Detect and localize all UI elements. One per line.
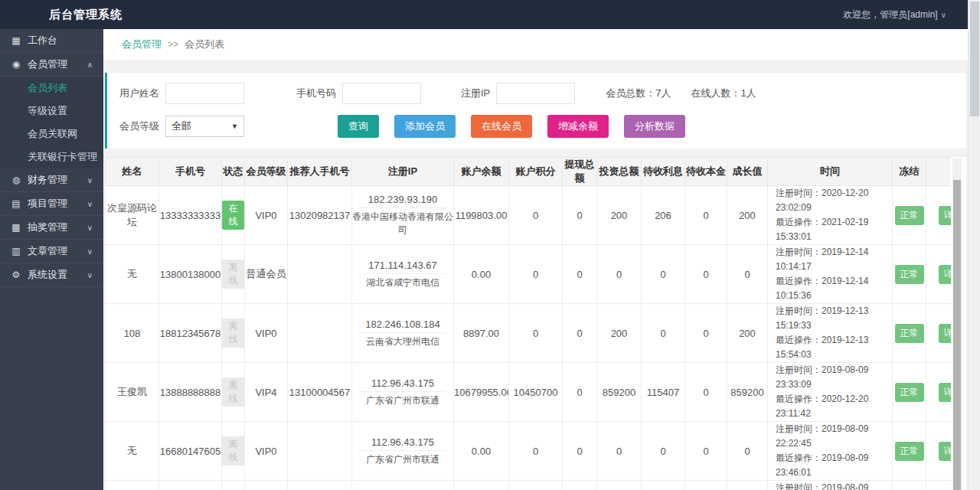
column-header: 账户积分 xyxy=(509,158,563,186)
page-scrollbar[interactable] xyxy=(968,0,980,490)
members-icon: ◉ xyxy=(10,59,22,70)
action-button[interactable]: 分析数据 xyxy=(624,115,685,138)
chevron-down-icon: ∨ xyxy=(941,11,946,19)
cell-withdraw-total: 0 xyxy=(563,422,597,481)
cell-name: 无 xyxy=(106,245,159,304)
phone-label: 手机号码 xyxy=(296,87,336,100)
cell-name: 无 xyxy=(106,422,159,481)
app-title: 后台管理系统 xyxy=(49,8,122,22)
cell-status: 离线 xyxy=(222,245,245,304)
action-button[interactable]: 查询 xyxy=(338,115,379,138)
sidebar-nav: ▦ 工作台 ◉ 会员管理 ∧ 会员列表等级设置会员关联网关联银行卡管理 ◍ 财务… xyxy=(0,29,103,287)
freeze-status-button[interactable]: 正常 xyxy=(895,383,924,402)
sidebar-subitem[interactable]: 会员列表 xyxy=(0,77,103,100)
sidebar-subitem[interactable]: 等级设置 xyxy=(0,100,103,122)
breadcrumb: 会员管理 >> 会员列表 xyxy=(103,29,968,60)
column-header: 注册IP xyxy=(352,158,454,186)
cell-pending-principal: 0 xyxy=(685,481,727,490)
sidebar-item[interactable]: ◍ 财务管理 ∨ xyxy=(0,168,103,192)
member-table: 姓名手机号状态会员等级推荐人手机号注册IP账户余额账户积分提现总额投资总额待收利… xyxy=(105,157,951,490)
cell-referrer xyxy=(288,422,352,481)
cell-level: VIP0 xyxy=(245,304,288,363)
cell-invest-total: 859200 xyxy=(597,363,642,422)
column-header: 时间 xyxy=(768,158,893,186)
member-table-body: 次皇源码论坛 13333333333 在线 VIP0 13020982137 1… xyxy=(106,186,952,490)
column-header: 待收利息 xyxy=(642,158,685,186)
action-button[interactable]: 在线会员 xyxy=(471,115,532,138)
sidebar-item[interactable]: ▥ 文章管理 ∨ xyxy=(0,240,103,263)
cell-time: 注册时间：2019-08-09 23:33:09最近操作：2020-12-20 … xyxy=(768,363,893,422)
detail-button[interactable]: 详情 xyxy=(939,265,952,284)
cell-time: 注册时间：2019-12-14 10:14:17最近操作：2019-12-14 … xyxy=(768,245,893,304)
register-ip-input[interactable] xyxy=(496,83,575,104)
member-stats: 会员总数：7人 在线人数：1人 xyxy=(606,87,756,100)
cell-invest-total: 200 xyxy=(597,186,642,245)
cell-status: 离线 xyxy=(222,304,245,363)
action-button[interactable]: 增减余额 xyxy=(547,115,609,138)
cell-pending-interest: 206 xyxy=(642,186,685,245)
member-level-select[interactable]: 全部 ▼ xyxy=(165,116,244,137)
lottery-icon: ▩ xyxy=(10,222,22,233)
sidebar-item[interactable]: ▦ 工作台 xyxy=(0,29,103,53)
freeze-status-button[interactable]: 正常 xyxy=(895,324,924,343)
admin-menu[interactable]: 欢迎您，管理员[admin] ∨ xyxy=(843,8,946,21)
status-badge: 离线 xyxy=(222,318,244,348)
cell-pending-principal: 0 xyxy=(685,422,727,481)
detail-button[interactable]: 详情 xyxy=(939,206,952,225)
cell-referrer: 13100004567 xyxy=(288,363,352,422)
column-header xyxy=(926,158,952,186)
phone-input[interactable] xyxy=(342,83,421,104)
cell-phone: 18812345678 xyxy=(159,304,222,363)
freeze-status-button[interactable]: 正常 xyxy=(895,265,924,284)
cell-pending-interest: 0 xyxy=(642,422,685,481)
cell-action: 详情 xyxy=(926,304,952,363)
username-input[interactable] xyxy=(165,83,244,104)
cell-points: 0 xyxy=(509,422,563,481)
column-header: 冻结 xyxy=(893,158,926,186)
breadcrumb-parent-link[interactable]: 会员管理 xyxy=(122,38,162,51)
table-vertical-scrollbar-thumb[interactable] xyxy=(953,180,961,490)
cell-balance: 1199803.00 xyxy=(454,186,509,245)
cell-phone: 16680147605 xyxy=(159,422,222,481)
cell-withdraw-total: 0 xyxy=(563,186,597,245)
detail-button[interactable]: 详情 xyxy=(939,442,952,461)
freeze-status-button[interactable]: 正常 xyxy=(895,206,924,225)
page-scrollbar-thumb[interactable] xyxy=(970,2,979,116)
breadcrumb-current: 会员列表 xyxy=(185,38,224,51)
chevron-up-icon: ∧ xyxy=(87,60,93,69)
action-button[interactable]: 添加会员 xyxy=(394,115,456,138)
sidebar-subitem[interactable]: 会员关联网 xyxy=(0,122,103,145)
cell-withdraw-total: 2000 xyxy=(563,481,597,490)
table-vertical-scrollbar[interactable] xyxy=(952,158,962,490)
cell-freeze: 正常 xyxy=(893,481,926,490)
sidebar-item[interactable]: ▩ 抽奖管理 ∨ xyxy=(0,216,103,240)
cell-referrer xyxy=(288,481,352,490)
register-ip-label: 注册IP xyxy=(461,87,490,100)
cell-growth: 859200 xyxy=(727,363,768,422)
cell-pending-interest: 115407 xyxy=(642,363,685,422)
detail-button[interactable]: 详情 xyxy=(939,383,952,402)
online-members-stat: 在线人数：1人 xyxy=(691,87,756,100)
cell-balance: 8897.00 xyxy=(454,304,509,363)
cell-withdraw-total: 0 xyxy=(563,304,597,363)
sidebar-item[interactable]: ◉ 会员管理 ∧ xyxy=(0,53,103,77)
cell-balance: 10679955.00 xyxy=(454,363,509,422)
table-viewport: 姓名手机号状态会员等级推荐人手机号注册IP账户余额账户积分提现总额投资总额待收利… xyxy=(105,157,951,490)
status-badge: 离线 xyxy=(222,436,244,466)
cell-pending-interest: 0 xyxy=(642,304,685,363)
cell-action: 详情 xyxy=(926,186,952,245)
sidebar-item[interactable]: ⚙ 系统设置 ∨ xyxy=(0,263,103,287)
cell-time: 注册时间：2019-08-09 12:37:27最近操作：2019-08-09 … xyxy=(768,481,893,490)
freeze-status-button[interactable]: 正常 xyxy=(895,442,924,461)
dashboard-icon: ▦ xyxy=(10,35,22,46)
sidebar-item[interactable]: ▤ 项目管理 ∨ xyxy=(0,192,103,216)
cell-referrer xyxy=(288,245,352,304)
cell-level: VIP0 xyxy=(245,186,288,245)
cell-status: 离线 xyxy=(222,481,245,490)
cell-time: 注册时间：2019-12-13 15:19:33最近操作：2019-12-13 … xyxy=(768,304,893,363)
sidebar-item-label: 项目管理 xyxy=(28,197,87,211)
sidebar-subitem[interactable]: 关联银行卡管理 xyxy=(0,145,103,168)
detail-button[interactable]: 详情 xyxy=(939,324,952,343)
column-header: 推荐人手机号 xyxy=(288,158,352,186)
filter-panel: 用户姓名 手机号码 注册IP 会员总数：7人 在线人数：1人 会员等级 全部 ▼… xyxy=(105,73,966,149)
